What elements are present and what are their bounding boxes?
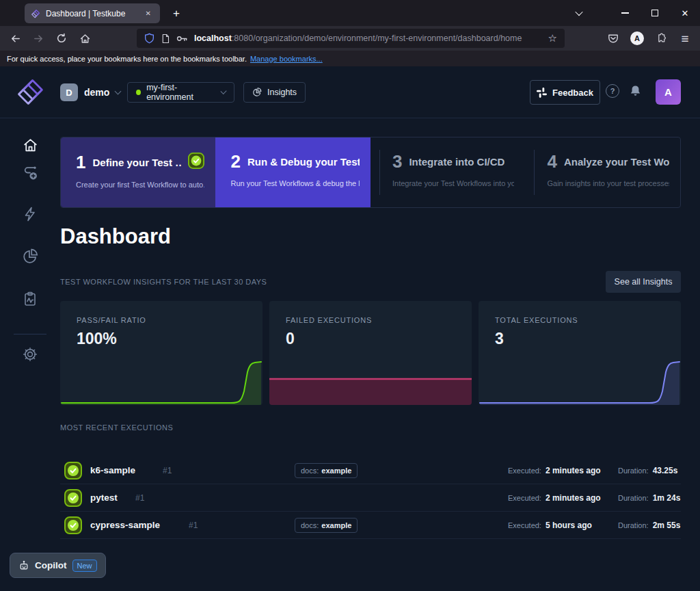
onboarding-steps: 1 Define your Test … Create your first T… [60, 137, 681, 208]
question-icon: ? [610, 87, 615, 95]
step-number: 2 [230, 153, 240, 170]
chevron-down-icon [115, 88, 122, 95]
sidebar-item-triggers[interactable] [16, 200, 44, 228]
executed-label: Executed: [508, 521, 541, 529]
maximize-button[interactable] [640, 0, 670, 26]
copilot-label: Copilot [35, 560, 67, 570]
user-avatar[interactable]: A [656, 79, 681, 105]
docs-tag[interactable]: docs: example [295, 518, 358, 533]
insights-label: Insights [267, 88, 297, 97]
bookmarks-bar: For quick access, place your bookmarks h… [0, 51, 700, 66]
step-subtitle: Run your Test Workflows & debug the lo… [230, 179, 359, 187]
execution-name: pytest [90, 492, 118, 503]
execution-row[interactable]: pytest #1 Executed: 2 minutes ago Durati… [60, 484, 681, 512]
chevron-down-icon [575, 8, 582, 16]
sidebar-item-dashboard[interactable] [16, 131, 44, 159]
minimize-icon [621, 12, 629, 13]
account-button[interactable]: A [628, 29, 647, 48]
forward-button[interactable] [29, 29, 48, 48]
page-info-icon[interactable] [161, 34, 170, 44]
execution-row[interactable]: cypress-sample #1 docs: example Executed… [60, 512, 681, 539]
notifications-button[interactable] [629, 84, 642, 101]
clipboard-chart-icon [22, 291, 38, 307]
execution-number: #1 [189, 521, 198, 530]
see-all-insights-button[interactable]: See all Insights [606, 271, 681, 293]
shield-icon[interactable] [144, 33, 154, 44]
arrow-left-icon [10, 33, 21, 44]
metric-card-passfail[interactable]: PASS/FAIL RATIO 100% [60, 301, 262, 405]
copilot-button[interactable]: Copilot New [10, 553, 106, 578]
back-button[interactable] [5, 29, 25, 48]
duration-label: Duration: [618, 467, 649, 475]
extensions-button[interactable] [651, 29, 671, 48]
main-content: 1 Define your Test … Create your first T… [60, 118, 700, 591]
new-tab-button[interactable]: + [168, 5, 185, 22]
menu-button[interactable]: ≡ [675, 29, 695, 48]
duration-info: Duration: 43.25s [618, 457, 677, 484]
onboarding-step-1[interactable]: 1 Define your Test … Create your first T… [61, 137, 215, 207]
execution-number: #1 [135, 493, 144, 503]
onboarding-step-3[interactable]: 3 Integrate into CI/CD Integrate your Te… [371, 137, 526, 207]
sidebar-nav [0, 118, 60, 591]
lightning-icon [22, 206, 38, 222]
duration-label: Duration: [618, 494, 649, 502]
environment-select[interactable]: my-first-environment [127, 82, 234, 103]
tag-key: docs: [301, 521, 319, 529]
metric-value: 0 [286, 330, 295, 348]
step-completed-badge [188, 153, 204, 172]
list-tabs-button[interactable] [567, 0, 591, 26]
step-subtitle: Create your first Test Workflow to auto… [76, 181, 204, 189]
minimize-button[interactable] [610, 0, 640, 26]
feedback-button[interactable]: Feedback [530, 80, 600, 105]
url-text: localhost:8080/organization/demo/environ… [194, 34, 542, 43]
duration-info: Duration: 2m 55s [618, 512, 680, 539]
reload-button[interactable] [52, 29, 71, 48]
pocket-button[interactable] [604, 29, 623, 48]
execution-row[interactable]: k6-sample #1 docs: example Executed: 2 m… [60, 457, 681, 484]
sidebar-item-insights[interactable] [16, 243, 44, 270]
metric-card-total[interactable]: TOTAL EXECUTIONS 3 [479, 301, 681, 405]
metric-label: FAILED EXECUTIONS [286, 316, 372, 324]
sidebar-item-workflows[interactable] [16, 159, 44, 186]
url-path: :8080/organization/demo/environment/my-f… [232, 34, 522, 43]
page-title: Dashboard [60, 224, 171, 249]
org-name: demo [84, 87, 109, 98]
sidebar-item-settings[interactable] [16, 341, 44, 368]
duration-label: Duration: [618, 521, 649, 529]
docs-tag[interactable]: docs: example [295, 463, 358, 478]
onboarding-step-2[interactable]: 2 Run & Debug your Test… Run your Test W… [215, 137, 370, 207]
puzzle-icon [656, 33, 667, 44]
step-title: Integrate into CI/CD [409, 156, 504, 168]
recent-executions-caption: MOST RECENT EXECUTIONS [60, 423, 173, 432]
app-header: D demo my-first-environment Insights Fee… [0, 66, 700, 118]
tag-value: example [321, 467, 351, 475]
arrow-right-icon [33, 33, 44, 44]
address-bar[interactable]: localhost:8080/organization/demo/environ… [137, 29, 565, 48]
metric-value: 3 [495, 330, 504, 348]
workflow-add-icon [22, 164, 39, 181]
metric-card-failed[interactable]: FAILED EXECUTIONS 0 [269, 301, 472, 405]
duration-value: 2m 55s [653, 521, 681, 530]
reload-icon [56, 33, 67, 44]
new-badge: New [72, 560, 97, 572]
duration-value: 1m 24s [653, 493, 681, 503]
manage-bookmarks-link[interactable]: Manage bookmarks... [250, 55, 323, 63]
tag-value: example [321, 521, 351, 529]
slack-icon [537, 88, 547, 98]
sidebar-item-executions[interactable] [16, 285, 44, 313]
status-success-icon [64, 516, 82, 537]
executed-label: Executed: [508, 494, 541, 502]
metric-value: 100% [77, 330, 117, 348]
tab-close-button[interactable]: ✕ [143, 8, 154, 18]
onboarding-step-4[interactable]: 4 Analyze your Test Wor… Gain insights i… [525, 137, 680, 207]
insights-button[interactable]: Insights [243, 82, 306, 103]
status-success-icon [64, 462, 82, 482]
close-window-button[interactable]: ✕ [670, 0, 700, 26]
home-button[interactable] [75, 29, 94, 48]
org-switcher[interactable]: D demo [60, 83, 120, 102]
bookmark-star-icon[interactable]: ☆ [548, 32, 557, 44]
help-button[interactable]: ? [606, 84, 619, 98]
pocket-icon [608, 34, 619, 44]
browser-tab[interactable]: Dashboard | Testkube ✕ [25, 3, 160, 23]
executed-info: Executed: 2 minutes ago [508, 457, 601, 484]
